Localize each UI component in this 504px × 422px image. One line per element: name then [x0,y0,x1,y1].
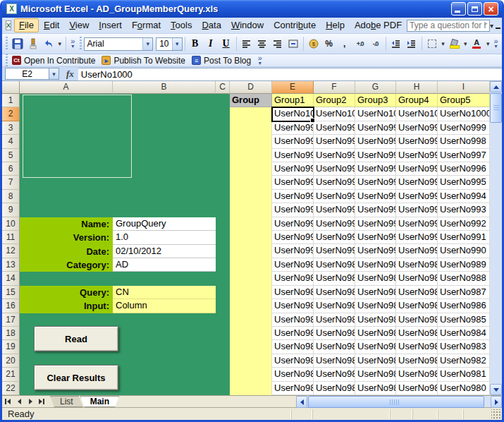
row-header-9[interactable]: 9 [2,203,20,217]
align-center-button[interactable] [254,36,270,52]
column-header-A[interactable]: A [20,81,113,94]
cell-G1[interactable]: Group3 [355,94,396,107]
cell-D21[interactable] [230,368,272,381]
row-header-21[interactable]: 21 [2,368,20,381]
tab-prev-button[interactable] [13,396,25,407]
cell-F10[interactable]: UserNo992 [314,217,355,231]
cell-I7[interactable]: UserNo995 [438,176,490,189]
cell-H6[interactable]: UserNo996 [396,162,438,176]
cell-I22[interactable]: UserNo980 [438,382,490,395]
contribute-toolbar-grip[interactable] [6,54,8,68]
merge-center-button[interactable] [285,36,301,52]
cell-D1[interactable]: Group [230,94,272,107]
cell-F1[interactable]: Group2 [314,94,355,107]
column-header-F[interactable]: F [314,81,355,94]
cell-H17[interactable]: UserNo985 [396,313,438,327]
row-header-12[interactable]: 12 [2,244,20,258]
cell-F4[interactable]: UserNo998 [314,135,355,148]
column-header-E[interactable]: E [272,81,314,94]
cell-H15[interactable]: UserNo987 [396,286,438,299]
cell-G10[interactable]: UserNo992 [355,217,396,231]
rectangle-shape[interactable] [23,95,132,178]
publish-to-website-button[interactable]: Publish To Website [99,55,190,66]
cell-H16[interactable]: UserNo986 [396,299,438,313]
cell-E8[interactable]: UserNo994 [272,190,314,203]
align-left-button[interactable] [239,36,254,52]
toolbar-grip[interactable] [6,37,8,51]
cell-H8[interactable]: UserNo994 [396,190,438,203]
cell-I8[interactable]: UserNo994 [438,190,490,203]
cell-H3[interactable]: UserNo999 [396,121,438,135]
row-header-1[interactable]: 1 [2,94,20,107]
cell-F14[interactable]: UserNo988 [314,272,355,285]
cell-E15[interactable]: UserNo987 [272,286,314,299]
cell-I21[interactable]: UserNo981 [438,368,490,381]
row-header-4[interactable]: 4 [2,135,20,148]
window-resize-grip[interactable] [491,409,501,419]
scroll-down-button[interactable] [490,384,502,395]
cell-G9[interactable]: UserNo993 [355,203,396,217]
cell-E14[interactable]: UserNo988 [272,272,314,285]
cell-D11[interactable] [230,231,272,244]
sheet-tab-list[interactable]: List [50,396,83,407]
cell-E6[interactable]: UserNo996 [272,162,314,176]
column-header-G[interactable]: G [355,81,396,94]
menu-edit[interactable]: Edit [39,18,64,32]
cell-H4[interactable]: UserNo998 [396,135,438,148]
align-right-button[interactable] [270,36,285,52]
cell-G15[interactable]: UserNo987 [355,286,396,299]
date-value[interactable]: 02/10/2012 [113,245,216,258]
menu-view[interactable]: View [64,18,94,32]
input-label[interactable]: Input: [20,299,113,313]
scroll-right-button[interactable] [491,396,502,408]
cell-F3[interactable]: UserNo999 [314,121,355,135]
row-header-3[interactable]: 3 [2,121,20,135]
cell-D5[interactable] [230,149,272,162]
cell-I3[interactable]: UserNo999 [438,121,490,135]
name-box-dropdown-icon[interactable] [49,68,59,80]
cell-F5[interactable]: UserNo997 [314,149,355,162]
cell-I14[interactable]: UserNo988 [438,272,490,285]
cell-E1[interactable]: Group1 [272,94,314,107]
cell-I13[interactable]: UserNo989 [438,258,490,272]
cell-H13[interactable]: UserNo989 [396,258,438,272]
column-header-C[interactable]: C [216,81,230,94]
cell-E20[interactable]: UserNo982 [272,354,314,368]
post-to-blog-button[interactable]: Post To Blog [190,55,255,66]
cell-H5[interactable]: UserNo997 [396,149,438,162]
row-header-18[interactable]: 18 [2,327,20,340]
query-label[interactable]: Query: [20,286,113,299]
decrease-decimal-button[interactable]: -.0 [368,36,383,52]
cell-E19[interactable]: UserNo983 [272,340,314,354]
formatting-toolbar-grip[interactable] [80,37,82,51]
column-header-H[interactable]: H [396,81,438,94]
cell-G2[interactable]: UserNo1000 [355,107,396,121]
cell-F6[interactable]: UserNo996 [314,162,355,176]
category-value[interactable]: AD [113,258,216,272]
cell-E7[interactable]: UserNo995 [272,176,314,189]
cell-E17[interactable]: UserNo985 [272,313,314,327]
row-header-11[interactable]: 11 [2,231,20,244]
row-header-16[interactable]: 16 [2,299,20,313]
tab-last-button[interactable] [36,396,47,407]
cell-E3[interactable]: UserNo999 [272,121,314,135]
cell-E22[interactable]: UserNo980 [272,382,314,395]
cell-I15[interactable]: UserNo987 [438,286,490,299]
cell-D14[interactable] [230,272,272,285]
increase-decimal-button[interactable]: +.0 [352,36,368,52]
cell-D17[interactable] [230,313,272,327]
cell-F20[interactable]: UserNo982 [314,354,355,368]
row-header-5[interactable]: 5 [2,149,20,162]
cell-G5[interactable]: UserNo997 [355,149,396,162]
undo-dropdown-icon[interactable] [56,36,63,52]
input-value[interactable]: Column [113,299,216,313]
menu-adobe-pdf[interactable]: Adobe PDF [350,18,407,32]
cell-D8[interactable] [230,190,272,203]
cell-D4[interactable] [230,135,272,148]
cell-H9[interactable]: UserNo993 [396,203,438,217]
cell-H10[interactable]: UserNo992 [396,217,438,231]
cell-H18[interactable]: UserNo984 [396,327,438,340]
row-header-7[interactable]: 7 [2,176,20,189]
cell-G20[interactable]: UserNo982 [355,354,396,368]
cell-G13[interactable]: UserNo989 [355,258,396,272]
